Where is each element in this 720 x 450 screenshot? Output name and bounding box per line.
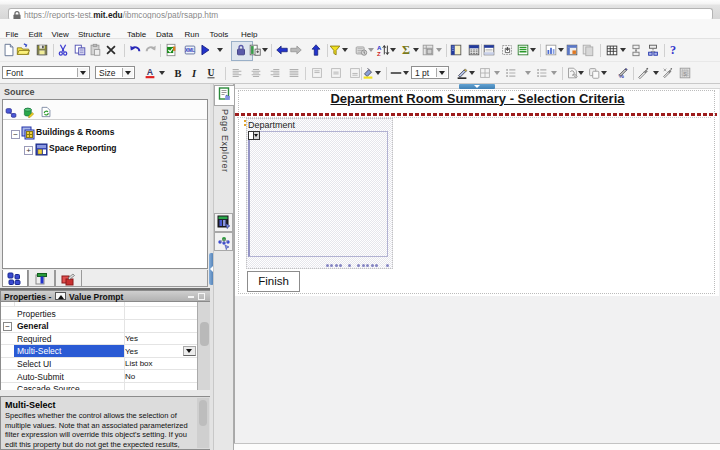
svg-text:Σ: Σ — [402, 43, 410, 57]
svg-text:?: ? — [670, 43, 676, 57]
svg-text:U: U — [208, 67, 215, 78]
svg-text:S: S — [683, 71, 687, 77]
svg-text:I: I — [191, 68, 197, 79]
svg-text:XML: XML — [185, 48, 195, 53]
svg-text:Z: Z — [377, 50, 381, 57]
svg-text:A: A — [147, 67, 154, 77]
svg-text:B: B — [174, 68, 181, 79]
